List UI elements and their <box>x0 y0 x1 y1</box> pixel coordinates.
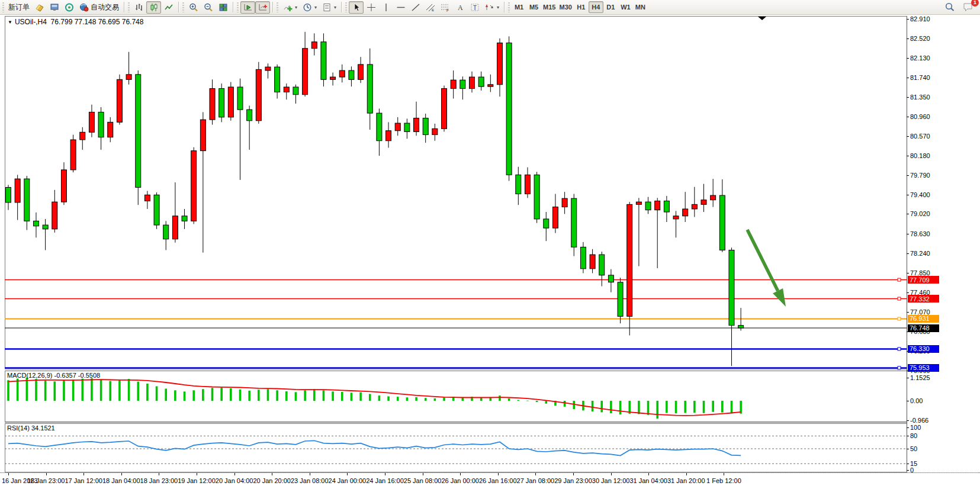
down-arrow-annotation[interactable] <box>747 230 786 307</box>
candlestick[interactable] <box>478 72 484 91</box>
tf-m5-button[interactable]: M5 <box>526 1 541 13</box>
candlestick[interactable] <box>98 107 104 150</box>
line-chart-button[interactable] <box>161 1 176 14</box>
chart-shift-button[interactable] <box>255 1 270 14</box>
channel-button[interactable]: E <box>423 1 438 14</box>
candlestick[interactable] <box>275 65 280 99</box>
candlestick[interactable] <box>719 179 725 252</box>
candlestick[interactable] <box>6 185 11 210</box>
resistance-line-2[interactable] <box>5 297 907 300</box>
candlestick[interactable] <box>683 192 688 222</box>
tf-mn-button[interactable]: MN <box>633 1 648 13</box>
candlestick[interactable] <box>70 135 76 173</box>
bar-chart-button[interactable] <box>131 1 146 14</box>
trendline-button[interactable] <box>408 1 423 14</box>
autotrade-button[interactable]: 自动交易 <box>76 1 121 14</box>
dropdown-arrow-icon[interactable]: ▾ <box>295 5 297 10</box>
tf-m15-button[interactable]: M15 <box>541 1 557 13</box>
candlestick[interactable] <box>52 190 57 233</box>
candlestick[interactable] <box>265 63 271 78</box>
candlestick[interactable] <box>488 75 493 92</box>
candlestick[interactable] <box>303 32 308 96</box>
candlestick[interactable] <box>256 62 261 124</box>
community-button[interactable]: 1 <box>960 1 975 14</box>
candlestick[interactable] <box>191 147 197 224</box>
candlestick[interactable] <box>43 219 48 250</box>
candlestick[interactable] <box>228 82 233 121</box>
candlestick[interactable] <box>15 175 20 220</box>
signals-button[interactable] <box>62 1 76 14</box>
candlestick[interactable] <box>451 70 456 98</box>
candlestick[interactable] <box>645 197 651 214</box>
candlestick[interactable] <box>516 167 521 205</box>
candlestick[interactable] <box>664 196 669 222</box>
candlestick[interactable] <box>599 252 605 286</box>
candlestick[interactable] <box>210 79 215 124</box>
candlestick[interactable] <box>618 278 623 323</box>
search-button[interactable] <box>942 1 957 14</box>
candlestick[interactable] <box>126 52 131 85</box>
profile-button[interactable] <box>47 1 62 14</box>
candlestick[interactable] <box>544 212 549 241</box>
candlestick[interactable] <box>293 85 298 104</box>
candlestick[interactable] <box>506 36 512 181</box>
candlestick[interactable] <box>525 168 530 198</box>
cursor-button[interactable] <box>349 1 364 14</box>
candlestick[interactable] <box>136 70 141 205</box>
candlestick[interactable] <box>377 108 382 156</box>
candlestick[interactable] <box>590 249 595 274</box>
vertical-line-button[interactable] <box>378 1 393 14</box>
new-order-button[interactable]: 新订单 <box>6 1 32 14</box>
candlestick[interactable] <box>552 194 558 233</box>
templates-button[interactable]: ▾ <box>319 1 339 14</box>
candlestick[interactable] <box>367 49 372 130</box>
candlestick[interactable] <box>154 192 159 229</box>
candlestick[interactable] <box>636 198 641 266</box>
tf-h4-button[interactable]: H4 <box>589 1 603 13</box>
candlestick[interactable] <box>571 194 577 256</box>
tf-m1-button[interactable]: M1 <box>512 1 526 13</box>
chart-window-button[interactable] <box>32 1 47 14</box>
candlestick[interactable] <box>460 76 465 99</box>
chart-title-marker-icon[interactable]: ▼ <box>8 20 12 25</box>
candlestick[interactable] <box>404 118 410 139</box>
zoom-in-button[interactable] <box>186 1 201 14</box>
candlestick[interactable] <box>108 117 113 142</box>
candlestick[interactable] <box>432 124 438 141</box>
candlestick[interactable] <box>219 83 224 122</box>
candlestick[interactable] <box>673 211 679 237</box>
candlestick[interactable] <box>33 213 38 237</box>
text-button[interactable]: A <box>452 1 467 14</box>
rsi-canvas[interactable] <box>5 423 907 472</box>
candlestick[interactable] <box>711 179 716 207</box>
candlestick[interactable] <box>470 72 475 93</box>
dropdown-arrow-icon[interactable]: ▾ <box>314 5 317 10</box>
candlestick[interactable] <box>349 66 354 86</box>
candlestick[interactable] <box>321 33 326 86</box>
candlestick[interactable] <box>692 187 697 217</box>
tf-w1-button[interactable]: W1 <box>618 1 633 13</box>
candlestick[interactable] <box>80 127 85 150</box>
candlestick[interactable] <box>497 38 502 96</box>
candlestick[interactable] <box>358 57 364 83</box>
tile-windows-button[interactable] <box>216 1 230 14</box>
candlestick[interactable] <box>423 114 428 143</box>
crosshair-button[interactable] <box>364 1 378 14</box>
main-chart-canvas[interactable] <box>5 16 907 369</box>
auto-scroll-button[interactable] <box>240 1 255 14</box>
candlestick[interactable] <box>414 102 419 136</box>
label-button[interactable]: T <box>467 1 482 14</box>
support-line-blue-1[interactable] <box>5 348 907 350</box>
candlestick[interactable] <box>701 184 706 212</box>
candlestick[interactable] <box>339 65 345 83</box>
fibonacci-button[interactable]: F <box>438 1 452 14</box>
candlestick[interactable] <box>24 176 30 230</box>
candlestick[interactable] <box>330 72 336 85</box>
candlestick[interactable] <box>182 209 187 229</box>
arrows-button[interactable]: ▾ <box>482 1 502 14</box>
zoom-out-button[interactable] <box>201 1 216 14</box>
candlestick[interactable] <box>442 85 447 131</box>
candlestick[interactable] <box>311 33 317 55</box>
candlestick[interactable] <box>627 202 632 335</box>
macd-canvas[interactable] <box>5 371 907 422</box>
